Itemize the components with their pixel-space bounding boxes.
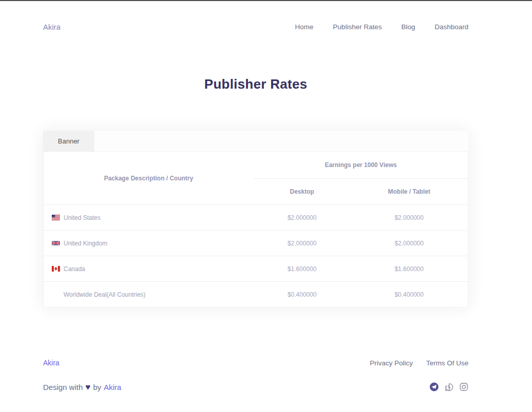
footer-brand-link[interactable]: Akira	[43, 359, 59, 367]
main-nav: Home Publisher Rates Blog Dashboard	[295, 23, 468, 31]
country-cell: Canada	[44, 265, 254, 273]
table-header: Package Description / Country Earnings p…	[44, 152, 468, 204]
footer: Akira Privacy Policy Terms Of Use Design…	[43, 359, 468, 392]
mobile-rate: $0.400000	[351, 291, 468, 298]
tabs-bar: Banner	[43, 131, 468, 151]
table-row: Canada $1.600000 $1.600000	[44, 256, 468, 281]
rates-card: Banner Package Description / Country Ear…	[43, 131, 468, 307]
mobile-rate: $2.000000	[351, 214, 468, 221]
uk-flag-icon	[52, 240, 60, 246]
nav-item-blog[interactable]: Blog	[401, 23, 415, 31]
nav-item-dashboard[interactable]: Dashboard	[435, 23, 468, 31]
column-header-desktop: Desktop	[254, 179, 351, 204]
mobile-rate: $2.000000	[351, 240, 468, 247]
nav-item-home[interactable]: Home	[295, 23, 314, 31]
desktop-rate: $2.000000	[254, 214, 351, 221]
country-cell: United States	[44, 214, 254, 221]
footer-links: Privacy Policy Terms Of Use	[370, 359, 468, 367]
brand-logo[interactable]: Akira	[43, 23, 60, 31]
us-flag-icon	[52, 215, 60, 220]
mobile-rate: $1.600000	[351, 265, 468, 273]
credit-middle: by	[93, 383, 101, 392]
rates-table: Package Description / Country Earnings p…	[43, 151, 468, 307]
instagram-icon[interactable]	[459, 382, 468, 392]
social-links	[429, 382, 468, 392]
table-row: Worldwide Deal(All Countries) $0.400000 …	[44, 281, 468, 307]
desktop-rate: $1.600000	[254, 265, 351, 273]
table-row: United Kingdom $2.000000 $2.000000	[44, 230, 468, 256]
telegram-icon[interactable]	[429, 382, 439, 392]
country-name: Worldwide Deal(All Countries)	[64, 291, 146, 298]
nav-item-publisher-rates[interactable]: Publisher Rates	[333, 23, 382, 31]
terms-of-use-link[interactable]: Terms Of Use	[426, 359, 468, 367]
country-name: Canada	[64, 265, 85, 273]
page-title: Publisher Rates	[43, 76, 468, 92]
header: Akira Home Publisher Rates Blog Dashboar…	[43, 1, 468, 31]
country-cell: United Kingdom	[44, 240, 254, 247]
canada-flag-icon	[52, 266, 60, 272]
column-header-package: Package Description / Country	[44, 152, 254, 204]
heart-icon: ♥	[86, 383, 91, 392]
privacy-policy-link[interactable]: Privacy Policy	[370, 359, 413, 367]
column-group-earnings: Earnings per 1000 Views Desktop Mobile /…	[254, 152, 468, 204]
table-row: United States $2.000000 $2.000000	[44, 204, 468, 230]
tab-banner[interactable]: Banner	[43, 131, 94, 151]
country-cell: Worldwide Deal(All Countries)	[44, 291, 254, 298]
column-header-mobile: Mobile / Tablet	[350, 179, 468, 204]
desktop-rate: $0.400000	[254, 291, 351, 298]
column-subheaders: Desktop Mobile / Tablet	[254, 179, 468, 204]
flag-spacer	[52, 292, 60, 297]
credit-brand-link[interactable]: Akira	[104, 383, 121, 392]
country-name: United Kingdom	[64, 240, 107, 247]
credit-line: Design with ♥ by Akira	[43, 383, 121, 392]
whatsapp-icon[interactable]	[444, 382, 454, 392]
desktop-rate: $2.000000	[254, 240, 351, 247]
credit-prefix: Design with	[43, 383, 83, 392]
column-header-earnings: Earnings per 1000 Views	[254, 152, 468, 179]
country-name: United States	[64, 214, 100, 221]
